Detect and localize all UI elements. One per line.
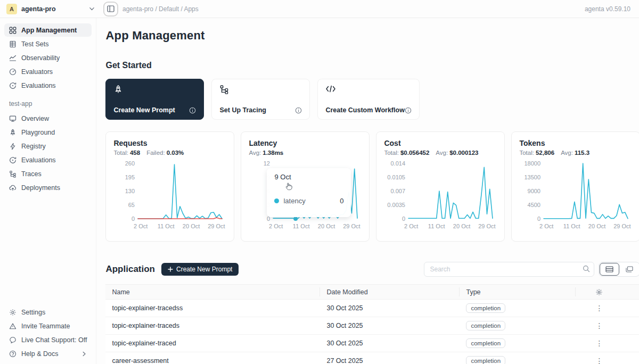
workspace-selector[interactable]: A agenta-pro bbox=[0, 4, 101, 14]
search-input[interactable] bbox=[424, 262, 594, 277]
row-menu-button[interactable]: ⋮ bbox=[582, 340, 616, 347]
test-sets-icon bbox=[9, 40, 17, 48]
type-badge: completion bbox=[466, 303, 505, 313]
chart-stats: Total:458Failed:0.03% bbox=[113, 150, 226, 156]
sidebar-item-help-docs[interactable]: Help & Docs bbox=[4, 347, 92, 360]
type-badge: completion bbox=[466, 321, 505, 330]
row-menu-button[interactable]: ⋮ bbox=[582, 357, 616, 364]
sidebar-item-playground[interactable]: Playground bbox=[4, 126, 92, 139]
svg-text:12: 12 bbox=[264, 160, 270, 167]
table-row[interactable]: topic-explainer-tracedss30 Oct 2025compl… bbox=[105, 300, 639, 317]
chart-title: Latency bbox=[249, 139, 362, 147]
rocket-icon bbox=[9, 129, 17, 136]
lightning-icon bbox=[9, 143, 17, 150]
svg-text:0: 0 bbox=[402, 216, 405, 222]
column-header-type: Type bbox=[460, 287, 576, 296]
chart-stat: Avg:115.3 bbox=[561, 150, 589, 156]
sidebar-item-evaluators[interactable]: Evaluators bbox=[4, 65, 92, 78]
cost-chart-card: Cost Total:$0.056452Avg:$0.000123 00.003… bbox=[376, 131, 505, 242]
sidebar-item-label: Traces bbox=[21, 170, 42, 178]
info-icon[interactable] bbox=[295, 107, 302, 114]
sidebar-item-evaluations[interactable]: Evaluations bbox=[4, 79, 92, 92]
requests-chart-card: Requests Total:458Failed:0.03% 065130195… bbox=[105, 131, 234, 242]
row-actions-cell: ⋮ bbox=[576, 322, 622, 329]
main-content: App Management Get Started Create New Pr… bbox=[96, 18, 639, 364]
sidebar-item-label: Invite Teammate bbox=[21, 322, 70, 330]
sidebar-item-label: App Management bbox=[21, 27, 77, 34]
evaluations-icon bbox=[9, 82, 17, 89]
row-menu-button[interactable]: ⋮ bbox=[582, 322, 616, 329]
sidebar-item-deployments[interactable]: Deployments bbox=[4, 181, 92, 194]
create-custom-workflow-card[interactable]: Create Custom Workflow bbox=[317, 79, 420, 120]
row-menu-button[interactable]: ⋮ bbox=[582, 304, 616, 312]
sidebar-footer: Settings Invite Teammate Live Chat Suppo… bbox=[0, 305, 96, 361]
sidebar-item-live-chat-support[interactable]: Live Chat Support: Off bbox=[4, 333, 92, 346]
tokens-chart-card: Tokens Total:52,806Avg:115.3 04500900013… bbox=[511, 131, 639, 242]
grid-icon bbox=[9, 27, 17, 34]
sidebar-item-label: Help & Docs bbox=[21, 350, 58, 358]
column-settings[interactable] bbox=[576, 287, 622, 296]
chart-title: Requests bbox=[113, 139, 226, 147]
series-dot bbox=[274, 198, 279, 203]
create-new-prompt-card[interactable]: Create New Prompt bbox=[105, 79, 204, 120]
sidebar-item-settings[interactable]: Settings bbox=[4, 305, 92, 319]
date-modified-cell: 27 Oct 2025 bbox=[320, 357, 460, 364]
get-started-cards: Create New Prompt Set Up Tracing Create … bbox=[105, 79, 639, 120]
info-icon[interactable] bbox=[189, 107, 196, 114]
svg-text:18000: 18000 bbox=[525, 160, 541, 167]
help-icon bbox=[9, 350, 17, 358]
sidebar-item-traces[interactable]: Traces bbox=[4, 167, 92, 180]
traces-icon bbox=[219, 85, 229, 94]
app-name-cell: topic-explainer-traceds bbox=[105, 322, 320, 329]
sidebar-item-label: Playground bbox=[21, 129, 55, 136]
sidebar-item-label: Observability bbox=[21, 54, 60, 62]
set-up-tracing-card[interactable]: Set Up Tracing bbox=[211, 79, 310, 120]
applications-table: Name Date Modified Type topic-explainer-… bbox=[105, 284, 639, 364]
card-label: Create New Prompt bbox=[113, 106, 175, 114]
application-header: Application Create New Prompt bbox=[105, 262, 639, 277]
sidebar-item-invite-teammate[interactable]: Invite Teammate bbox=[4, 319, 92, 333]
workspace-name: agenta-pro bbox=[21, 5, 85, 13]
sidebar-item-label: Deployments bbox=[21, 184, 60, 192]
app-name-cell: topic-explainer-tracedss bbox=[105, 304, 320, 312]
sidebar-collapse-button[interactable] bbox=[103, 2, 118, 16]
app-version: agenta v0.59.10 bbox=[585, 5, 630, 13]
date-modified-cell: 30 Oct 2025 bbox=[320, 304, 460, 312]
sidebar-item-registry[interactable]: Registry bbox=[4, 139, 92, 153]
table-view-button[interactable] bbox=[600, 263, 619, 276]
table-row[interactable]: topic-explainer-traced30 Oct 2025complet… bbox=[105, 335, 639, 352]
cloud-upload-icon bbox=[9, 184, 17, 192]
info-icon[interactable] bbox=[405, 107, 412, 114]
table-row[interactable]: career-assessment27 Oct 2025completion⋮ bbox=[105, 352, 639, 364]
svg-text:20 Oct: 20 Oct bbox=[588, 223, 605, 229]
chart-stats: Total:52,806Avg:115.3 bbox=[519, 150, 632, 156]
svg-text:20 Oct: 20 Oct bbox=[183, 223, 200, 229]
svg-text:29 Oct: 29 Oct bbox=[614, 223, 631, 229]
chart-stat: Total:52,806 bbox=[519, 150, 554, 156]
breadcrumb[interactable]: agenta-pro / Default / Apps bbox=[122, 5, 199, 13]
chart-stat: Total:$0.056452 bbox=[384, 150, 429, 156]
topbar: A agenta-pro agenta-pro / Default / Apps… bbox=[0, 0, 639, 18]
svg-text:0: 0 bbox=[132, 216, 135, 222]
create-new-prompt-button[interactable]: Create New Prompt bbox=[161, 263, 239, 276]
svg-text:0.0035: 0.0035 bbox=[388, 202, 406, 208]
type-cell: completion bbox=[460, 338, 576, 348]
sidebar-section-label: test-app bbox=[0, 93, 96, 112]
sidebar-item-test-sets[interactable]: Test Sets bbox=[4, 37, 92, 51]
workspace-avatar: A bbox=[6, 4, 17, 14]
sidebar-item-observability[interactable]: Observability bbox=[4, 51, 92, 64]
svg-text:11 Oct: 11 Oct bbox=[158, 223, 175, 229]
sidebar-item-app-management[interactable]: App Management bbox=[4, 23, 92, 37]
sidebar-item-evaluations-app[interactable]: Evaluations bbox=[4, 153, 92, 167]
svg-text:20 Oct: 20 Oct bbox=[453, 223, 470, 229]
type-cell: completion bbox=[460, 321, 576, 330]
search-icon bbox=[583, 265, 590, 272]
sidebar-item-label: Live Chat Support: Off bbox=[21, 336, 87, 344]
svg-text:195: 195 bbox=[125, 174, 135, 180]
date-modified-cell: 30 Oct 2025 bbox=[320, 322, 460, 329]
code-icon bbox=[325, 85, 336, 93]
table-row[interactable]: topic-explainer-traceds30 Oct 2025comple… bbox=[105, 317, 639, 335]
svg-text:29 Oct: 29 Oct bbox=[479, 223, 496, 229]
card-view-button[interactable] bbox=[619, 263, 639, 276]
sidebar-item-overview[interactable]: Overview bbox=[4, 112, 92, 125]
